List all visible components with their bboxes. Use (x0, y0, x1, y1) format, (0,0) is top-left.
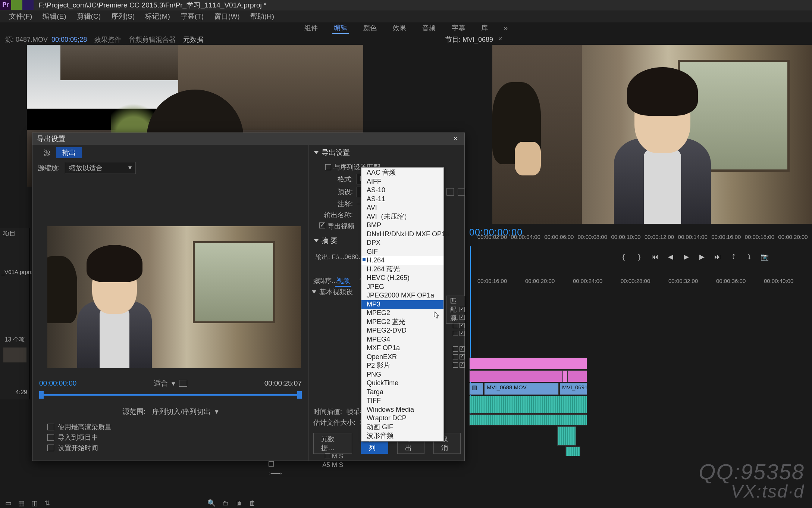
clip-a4[interactable] (565, 446, 580, 456)
source-scaling-dropdown[interactable]: 缩放以适合▾ (65, 162, 136, 174)
format-option[interactable]: BMP (361, 221, 443, 230)
export-settings-twisty-icon[interactable] (314, 151, 319, 154)
format-option[interactable]: AVI（未压缩） (361, 212, 443, 221)
vs-check-7a[interactable] (453, 362, 458, 368)
new-bin-icon[interactable]: 🗀 (222, 499, 229, 507)
workspace-assembly[interactable]: 组件 (303, 22, 319, 34)
source-range-dropdown[interactable]: 序列切入/序列切出 ▾ (152, 407, 219, 417)
match-sequence-checkbox[interactable] (325, 164, 331, 170)
search-icon[interactable]: 🔍 (207, 499, 216, 507)
zoom-slider[interactable]: ◦──◦ (269, 470, 282, 477)
out-timecode[interactable]: 00:00:25:07 (264, 379, 302, 387)
menu-file[interactable]: 文件(F) (4, 10, 37, 23)
project-thumb[interactable] (3, 348, 26, 362)
format-option[interactable]: MPEG2 蓝光 (361, 318, 443, 327)
format-option[interactable]: MXF OP1a (361, 344, 443, 353)
mark-out-icon[interactable]: } (635, 252, 644, 261)
format-option[interactable]: AS-10 (361, 186, 443, 195)
clip-a2[interactable] (469, 414, 587, 426)
range-handle-out[interactable] (297, 391, 302, 399)
format-option[interactable]: JPEG2000 MXF OP1a (361, 291, 443, 300)
vs-check-5a[interactable] (453, 346, 458, 352)
format-option[interactable]: Targa (361, 388, 443, 397)
sort-icon[interactable]: ⇅ (44, 499, 50, 507)
vs-check-6a[interactable] (453, 354, 458, 359)
format-option[interactable]: JPEG (361, 283, 443, 292)
workspace-effects[interactable]: 效果 (391, 22, 408, 34)
menu-marker[interactable]: 标记(M) (140, 10, 175, 23)
program-ruler[interactable]: 00:00:02:0000:00:04:0000:00:06:0000:00:0… (477, 234, 812, 241)
extract-icon[interactable]: ⤵ (744, 252, 753, 261)
new-item-icon[interactable]: 🗎 (236, 499, 242, 507)
format-option[interactable]: DNxHR/DNxHD MXF OP1a (361, 230, 443, 239)
format-option[interactable]: MPEG2-DVD (361, 326, 443, 335)
tab-source-preview[interactable]: 源 (38, 147, 56, 158)
format-option[interactable]: AVI (361, 203, 443, 212)
clip-v3-a[interactable] (469, 358, 587, 370)
dialog-close-icon[interactable]: × (451, 134, 460, 143)
clip-v1-b[interactable]: MVI_0688.MOV (484, 383, 559, 395)
tab-close-icon[interactable]: × (498, 35, 502, 43)
lift-icon[interactable]: ⤴ (729, 252, 738, 261)
in-timecode[interactable]: 00:00:00:00 (39, 379, 76, 387)
tab-metadata[interactable]: 元数据 (183, 35, 203, 43)
range-handle-in[interactable] (39, 391, 44, 399)
mute-icon[interactable] (325, 453, 330, 458)
go-to-in-icon[interactable]: ⏮ (650, 252, 659, 261)
clip-a3[interactable] (557, 426, 576, 446)
aspect-ratio-icon[interactable] (179, 380, 187, 387)
play-icon[interactable]: ▶ (682, 252, 691, 261)
vs-check-2a[interactable] (453, 315, 458, 320)
tab-program[interactable]: 节目: MVI_0689 (445, 35, 493, 43)
clip-v2-a[interactable] (469, 370, 587, 382)
format-option[interactable]: MP3 (361, 300, 443, 309)
workspace-library[interactable]: 库 (480, 22, 489, 34)
clip-v2-cut[interactable] (562, 370, 568, 382)
list-view-icon[interactable]: ▭ (5, 499, 12, 507)
format-option[interactable]: AS-11 (361, 195, 443, 204)
tab-output-preview[interactable]: 输出 (56, 147, 82, 158)
menu-help[interactable]: 帮助(H) (245, 10, 279, 23)
export-video-checkbox[interactable] (319, 222, 325, 228)
project-tab[interactable]: 项目 (3, 229, 16, 238)
vs-check-4a[interactable] (453, 331, 458, 336)
tab-audio-mixer[interactable]: 音频剪辑混合器 (129, 35, 176, 43)
basic-video-twisty-icon[interactable] (312, 290, 316, 293)
clip-v1-c[interactable]: MVI_0691... (559, 383, 587, 395)
format-option[interactable]: AAC 音频 (361, 168, 443, 177)
format-option[interactable]: Wraptor DCP (361, 414, 443, 423)
fit-dropdown-icon[interactable]: ▾ (172, 379, 175, 388)
set-start-checkbox[interactable] (47, 445, 54, 451)
tab-video[interactable]: 视频 (335, 275, 351, 287)
tab-source[interactable]: 源: 0487.MOV 00:00:05;28 (5, 35, 87, 43)
tab-effect-controls[interactable]: 效果控件 (94, 35, 121, 43)
menu-window[interactable]: 窗口(W) (209, 10, 245, 23)
workspace-overflow-icon[interactable]: » (502, 23, 509, 33)
format-option[interactable]: HEVC (H.265) (361, 274, 443, 283)
menu-edit[interactable]: 编辑(E) (37, 10, 71, 23)
format-option[interactable]: DPX (361, 239, 443, 247)
step-back-icon[interactable]: ◀ (666, 252, 675, 261)
export-frame-icon[interactable]: 📷 (760, 252, 769, 261)
format-option[interactable]: OpenEXR (361, 353, 443, 362)
clip-a1[interactable] (469, 396, 587, 414)
range-slider[interactable] (39, 391, 302, 399)
format-option[interactable]: AIFF (361, 177, 443, 186)
track-target-icon[interactable] (269, 461, 274, 467)
go-to-out-icon[interactable]: ⏭ (713, 252, 722, 261)
timeline-ruler[interactable]: 00:00:16:0000:00:20:0000:00:24:0000:00:2… (477, 278, 812, 285)
icon-view-icon[interactable]: ▦ (18, 499, 25, 507)
format-option[interactable]: H.264 蓝光 (361, 265, 443, 274)
format-option[interactable]: QuickTime (361, 379, 443, 388)
format-option[interactable]: PNG (361, 370, 443, 379)
menu-title[interactable]: 字幕(T) (175, 10, 209, 23)
import-preset-icon[interactable] (446, 188, 454, 196)
metadata-button[interactable]: 元数据… (313, 433, 352, 454)
format-option[interactable]: GIF (361, 247, 443, 256)
tab-effects[interactable]: 效果 (312, 275, 328, 287)
format-option[interactable]: TIFF (361, 396, 443, 405)
mark-in-icon[interactable]: { (619, 252, 628, 261)
max-render-checkbox[interactable] (47, 424, 54, 430)
trash-icon[interactable]: 🗑 (249, 499, 256, 507)
menu-clip[interactable]: 剪辑(C) (72, 10, 106, 23)
